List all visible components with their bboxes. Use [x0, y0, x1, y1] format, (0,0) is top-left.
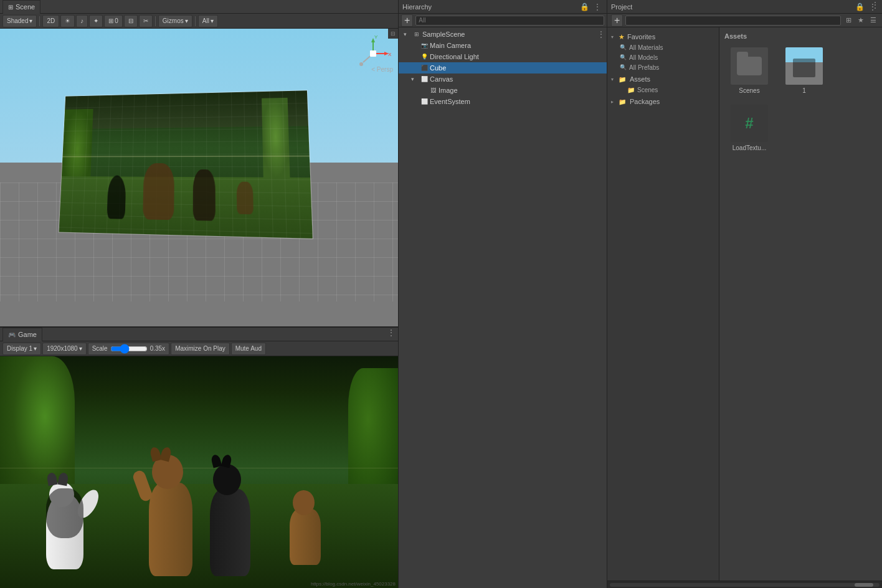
shading-dropdown[interactable]: Shaded ▾	[2, 15, 37, 27]
scene-fx-btn[interactable]: ✦	[89, 15, 103, 27]
gizmos-btn[interactable]: Gizmos ▾	[158, 15, 192, 27]
gizmos-arrow: ▾	[185, 17, 188, 24]
wire-overlay	[59, 90, 313, 239]
hierarchy-item-canvas[interactable]: ▾ ⬜ Canvas	[399, 74, 607, 85]
search-icon-2: 🔍	[620, 54, 627, 60]
scene-panel-menu[interactable]: ⋮	[870, 0, 881, 10]
scene-object-icon: ⊞	[412, 30, 421, 39]
game-viewport[interactable]: https://blog.csdn.net/weixin_45023328	[0, 356, 398, 588]
scene-dog-content	[59, 90, 313, 239]
scale-slider[interactable]	[110, 346, 148, 352]
all-layers-btn[interactable]: All ▾	[198, 15, 218, 27]
hierarchy-content: ▾ ⊞ SampleScene ⋮ ▸ 📷 Main Camera ▸ 💡 Di…	[399, 27, 607, 588]
game-tab-icon: 🎮	[8, 331, 16, 338]
project-body: ▾ ★ Favorites 🔍 All Materials 🔍 All Mode…	[607, 27, 882, 581]
image-asset-label: 1	[802, 87, 806, 95]
scene-layers-btn[interactable]: ⊞ 0	[104, 15, 123, 27]
scene-tab-label: Scene	[16, 3, 35, 11]
hierarchy-item-directionallight[interactable]: ▸ 💡 Directional Light	[399, 51, 607, 62]
scene-collapse-btn[interactable]: ⊟	[388, 29, 398, 39]
hierarchy-add-btn[interactable]: +	[401, 14, 413, 27]
favorites-all-models[interactable]: 🔍 All Models	[607, 52, 719, 62]
asset-image-1[interactable]: 1	[779, 45, 829, 97]
favorites-header[interactable]: ▾ ★ Favorites	[607, 31, 719, 42]
project-filter-btn[interactable]: ☰	[868, 16, 878, 26]
project-bottom-scrollbar[interactable]	[607, 581, 882, 588]
hierarchy-search[interactable]	[415, 16, 604, 26]
favorites-star-icon: ★	[619, 33, 625, 41]
hierarchy-item-eventsystem[interactable]: ▸ ⬜ EventSystem	[399, 96, 607, 107]
canvas-arrow: ▾	[411, 76, 419, 82]
hierarchy-item-samplescene[interactable]: ▾ ⊞ SampleScene ⋮	[399, 29, 607, 40]
assets-grid: Scenes 1 # LoadTextu...	[724, 45, 877, 154]
hierarchy-item-maincamera[interactable]: ▸ 📷 Main Camera	[399, 40, 607, 51]
project-packages-section: ▸ 📁 Packages	[607, 96, 719, 107]
2d-toggle[interactable]: 2D	[42, 15, 59, 27]
packages-label: Packages	[630, 98, 660, 105]
shading-dropdown-arrow: ▾	[29, 17, 32, 24]
project-header: Project 🔒 ⋮	[607, 0, 882, 14]
scene-viewport[interactable]: Y X < Persp ⊟	[0, 29, 398, 326]
script-asset-icon: #	[731, 105, 768, 142]
image-asset-icon	[785, 47, 823, 85]
hierarchy-item-image[interactable]: ▸ 🖼 Image	[399, 85, 607, 96]
mute-audio-btn[interactable]: Mute Aud	[231, 343, 266, 355]
hierarchy-menu-btn[interactable]: ⋮	[592, 2, 603, 12]
light-object-icon: 💡	[420, 52, 429, 61]
maximize-on-play-btn[interactable]: Maximize On Play	[171, 343, 230, 355]
svg-text:X: X	[388, 52, 392, 57]
image-label: Image	[439, 87, 458, 94]
hierarchy-lock-btn[interactable]: 🔒	[579, 2, 589, 12]
project-add-btn[interactable]: +	[611, 14, 623, 27]
perspective-label: < Persp	[371, 66, 393, 73]
fx-icon: ✦	[93, 17, 98, 24]
scene-snap-btn[interactable]: ✂	[139, 15, 153, 27]
layers-icon: ⊞	[108, 17, 113, 24]
scene-panel: ⊞ Scene ⋮ Shaded ▾ 2D ☀ ♪ ✦	[0, 0, 398, 326]
grid-icon: ⊟	[128, 17, 133, 24]
project-sidebar: ▾ ★ Favorites 🔍 All Materials 🔍 All Mode…	[607, 27, 719, 581]
game-tab[interactable]: 🎮 Game	[2, 328, 42, 341]
canvas-icon: ⬜	[420, 75, 429, 83]
maincamera-label: Main Camera	[430, 42, 471, 49]
project-star-btn[interactable]: ★	[856, 16, 866, 26]
project-layout-btn[interactable]: ⊞	[843, 16, 853, 26]
scrollbar-thumb[interactable]	[855, 583, 873, 587]
game-panel-menu[interactable]: ⋮	[386, 328, 397, 338]
eventsystem-icon: ⬜	[420, 97, 429, 106]
hierarchy-title: Hierarchy	[402, 3, 577, 11]
resolution-arrow: ▾	[79, 345, 82, 352]
scene-grid-btn[interactable]: ⊟	[124, 15, 138, 27]
scene-image-plane[interactable]	[59, 90, 313, 239]
packages-section-header[interactable]: ▸ 📁 Packages	[607, 96, 719, 107]
assets-section-header[interactable]: ▾ 📁 Assets	[607, 74, 719, 85]
scene-audio-btn[interactable]: ♪	[76, 15, 88, 27]
scenes-folder-icon: 📁	[627, 87, 635, 93]
display-dropdown[interactable]: Display 1 ▾	[2, 343, 41, 355]
scene-light-btn[interactable]: ☀	[60, 15, 75, 27]
scene-toolbar: Shaded ▾ 2D ☀ ♪ ✦ ⊞ 0 ⊟	[0, 14, 398, 29]
asset-scenes-folder[interactable]: Scenes	[724, 45, 774, 97]
samplescene-arrow: ▾	[404, 31, 411, 37]
project-lock-btn[interactable]: 🔒	[855, 2, 865, 12]
cube-icon: ⬛	[420, 64, 429, 72]
display-arrow: ▾	[34, 345, 37, 352]
resolution-dropdown[interactable]: 1920x1080 ▾	[42, 343, 87, 355]
script-asset-label: LoadTextu...	[733, 145, 766, 152]
assets-scenes-item[interactable]: 📁 Scenes	[607, 85, 719, 95]
asset-loadtexture-script[interactable]: # LoadTextu...	[724, 102, 774, 154]
hierarchy-item-cube[interactable]: ▸ ⬛ Cube	[399, 62, 607, 74]
project-main-content: Assets Scenes	[719, 27, 882, 581]
game-scene-bg: https://blog.csdn.net/weixin_45023328	[0, 356, 398, 588]
scene-tab[interactable]: ⊞ Scene	[2, 0, 40, 14]
game-toolbar: Display 1 ▾ 1920x1080 ▾ Scale 0.35x Maxi…	[0, 341, 398, 356]
favorites-all-prefabs[interactable]: 🔍 All Prefabs	[607, 62, 719, 72]
scene-tab-icon: ⊞	[8, 4, 13, 11]
favorites-label: Favorites	[627, 33, 655, 40]
project-search[interactable]	[625, 16, 841, 26]
scene-tab-bar: ⊞ Scene ⋮	[0, 0, 398, 14]
scale-control[interactable]: Scale 0.35x	[88, 343, 169, 355]
favorites-all-materials[interactable]: 🔍 All Materials	[607, 42, 719, 52]
eventsystem-label: EventSystem	[430, 98, 470, 105]
samplescene-menu[interactable]: ⋮	[595, 29, 607, 39]
